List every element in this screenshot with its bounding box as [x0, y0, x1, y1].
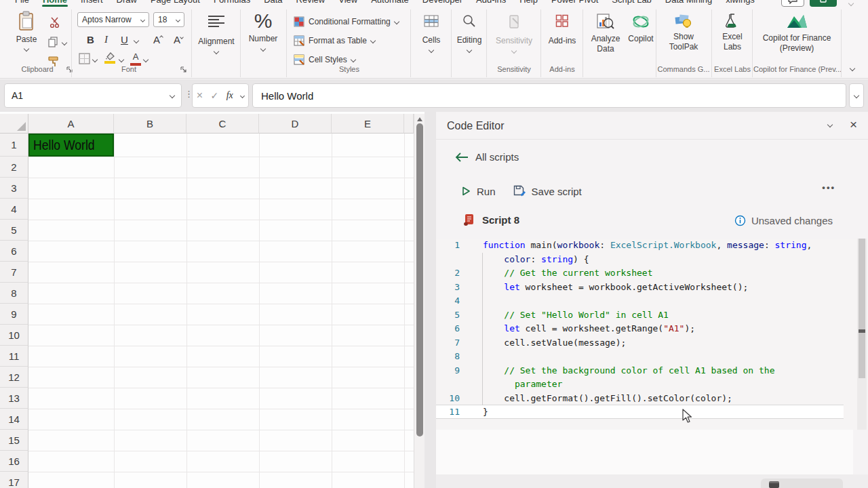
row-header-10[interactable]: 10 — [0, 325, 28, 346]
analyze-data-button[interactable]: Analyze Data — [585, 12, 626, 54]
sensitivity-button[interactable]: Sensitivity — [490, 12, 538, 53]
share-button[interactable] — [810, 0, 837, 7]
chevron-down-icon[interactable] — [240, 93, 245, 98]
grid-vertical-scrollbar[interactable] — [414, 114, 425, 488]
number-button[interactable]: % Number — [243, 9, 283, 51]
alignment-button[interactable]: Alignment — [195, 12, 237, 54]
font-dialog-launcher-icon[interactable] — [180, 66, 186, 73]
code-line-8[interactable]: 8 — [436, 350, 868, 364]
enter-icon[interactable]: ✓ — [211, 90, 219, 101]
row-header-17[interactable]: 17 — [0, 472, 28, 488]
code-line-7[interactable]: 7 cell.setValue(message); — [436, 336, 868, 350]
chevron-down-icon[interactable] — [92, 57, 98, 62]
row-header-6[interactable]: 6 — [0, 241, 28, 262]
cut-icon[interactable] — [49, 16, 61, 28]
paste-button[interactable]: Paste — [11, 11, 42, 51]
chevron-down-icon[interactable] — [119, 57, 124, 62]
font-family-combo[interactable]: Aptos Narrow — [77, 12, 149, 27]
editor-scrollbar-thumb[interactable] — [859, 239, 865, 378]
scroll-up-icon[interactable] — [417, 117, 422, 121]
tab-data-mining[interactable]: Data Mining — [658, 0, 719, 7]
row-header-7[interactable]: 7 — [0, 262, 28, 283]
tab-xlwings[interactable]: xlwings — [719, 0, 762, 7]
row-header-1[interactable]: 1 — [0, 134, 28, 157]
column-header-B[interactable]: B — [114, 114, 186, 134]
save-script-button[interactable]: Save script — [513, 185, 582, 197]
close-pane-icon[interactable]: × — [850, 117, 857, 132]
fill-color-button[interactable] — [104, 52, 115, 64]
addins-button[interactable]: Add-ins — [543, 12, 581, 45]
italic-button[interactable]: I — [104, 34, 108, 45]
cancel-icon[interactable]: × — [197, 89, 203, 102]
column-header-partial[interactable] — [404, 114, 414, 134]
code-line-10[interactable]: 10 cell.getFormat().getFill().setColor(c… — [436, 392, 868, 406]
row-header-11[interactable]: 11 — [0, 346, 28, 367]
more-options-button[interactable]: ••• — [822, 182, 835, 192]
chevron-down-icon[interactable] — [62, 40, 67, 45]
code-line-1[interactable]: 1function main(workbook: ExcelScript.Wor… — [436, 239, 868, 253]
editing-button[interactable]: Editing — [452, 12, 486, 52]
code-line-9[interactable]: 9 // Set the background color of cell A1… — [436, 364, 868, 378]
chevron-down-icon[interactable] — [134, 38, 139, 43]
code-line-2[interactable]: 2 // Get the current worksheet — [436, 266, 868, 281]
tab-formulas[interactable]: Formulas — [207, 0, 257, 7]
show-toolpak-button[interactable]: Show ToolPak — [658, 12, 709, 52]
code-line-5[interactable]: 5 // Set "Hello World" in cell A1 — [436, 308, 868, 323]
bottom-right-panel[interactable] — [761, 479, 843, 488]
underline-button[interactable]: U — [121, 34, 128, 45]
column-header-C[interactable]: C — [186, 114, 259, 134]
copilot-button[interactable]: Copilot — [625, 12, 656, 43]
shrink-font-button[interactable]: A — [174, 34, 183, 45]
row-header-2[interactable]: 2 — [0, 157, 28, 178]
tab-review[interactable]: Review — [290, 0, 332, 7]
row-header-12[interactable]: 12 — [0, 367, 28, 388]
row-header-8[interactable]: 8 — [0, 283, 28, 304]
spreadsheet-grid[interactable]: ABCDE 1234567891011121314151617 Hello Wo… — [0, 112, 436, 488]
tab-help[interactable]: Help — [513, 0, 545, 7]
row-header-5[interactable]: 5 — [0, 220, 28, 241]
tab-automate[interactable]: Automate — [364, 0, 416, 7]
code-line-6[interactable]: 6 let cell = worksheet.getRange("A1"); — [436, 322, 868, 336]
name-box[interactable]: A1 — [4, 83, 182, 108]
code-line-11[interactable]: 11} — [436, 405, 844, 419]
tab-view[interactable]: View — [332, 0, 364, 7]
code-editor-area[interactable]: 1function main(workbook: ExcelScript.Wor… — [436, 239, 868, 430]
selected-cell-a1[interactable]: Hello World — [28, 134, 114, 157]
code-line-wrap[interactable]: color: string) { — [436, 253, 868, 267]
column-header-E[interactable]: E — [332, 114, 404, 134]
code-line-4[interactable]: 4 — [436, 294, 868, 308]
tab-home[interactable]: Home — [36, 0, 74, 7]
tab-data[interactable]: Data — [257, 0, 289, 7]
tab-script-lab[interactable]: Script Lab — [605, 0, 658, 7]
comments-button[interactable] — [781, 0, 804, 7]
row-header-14[interactable]: 14 — [0, 409, 28, 430]
chevron-down-icon[interactable] — [848, 1, 854, 6]
grid-scrollbar-thumb[interactable] — [416, 123, 423, 436]
conditional-formatting-button[interactable]: Conditional Formatting — [294, 16, 399, 27]
font-size-combo[interactable]: 18 — [153, 12, 184, 27]
column-header-D[interactable]: D — [259, 114, 332, 134]
font-color-button[interactable]: A — [130, 50, 141, 66]
tab-developer[interactable]: Developer — [416, 0, 469, 7]
row-header-3[interactable]: 3 — [0, 178, 28, 199]
expand-formula-bar-button[interactable] — [849, 83, 864, 108]
run-button[interactable]: Run — [460, 186, 496, 197]
tab-file[interactable]: File — [8, 0, 36, 7]
insert-function-icon[interactable]: fx — [226, 90, 233, 101]
code-line-3[interactable]: 3 let worksheet = workbook.getActiveWork… — [436, 281, 868, 295]
tab-add-ins[interactable]: Add-ins — [469, 0, 513, 7]
script-row[interactable]: Script 8 — [463, 214, 519, 226]
cells-button[interactable]: Cells — [413, 12, 450, 52]
collapse-pane-chevron-icon[interactable] — [827, 122, 833, 127]
grow-font-button[interactable]: A — [153, 34, 163, 45]
bold-button[interactable]: B — [87, 34, 94, 45]
excel-labs-button[interactable]: Excel Labs — [714, 12, 751, 52]
formula-input[interactable]: Hello World — [252, 83, 846, 108]
column-header-A[interactable]: A — [28, 114, 114, 134]
row-header-15[interactable]: 15 — [0, 430, 28, 451]
code-line-wrap[interactable]: parameter — [436, 378, 868, 392]
select-all-corner[interactable] — [0, 114, 28, 134]
back-to-all-scripts[interactable]: All scripts — [455, 151, 519, 163]
tab-power-pivot[interactable]: Power Pivot — [545, 0, 605, 7]
tab-insert[interactable]: Insert — [74, 0, 110, 7]
